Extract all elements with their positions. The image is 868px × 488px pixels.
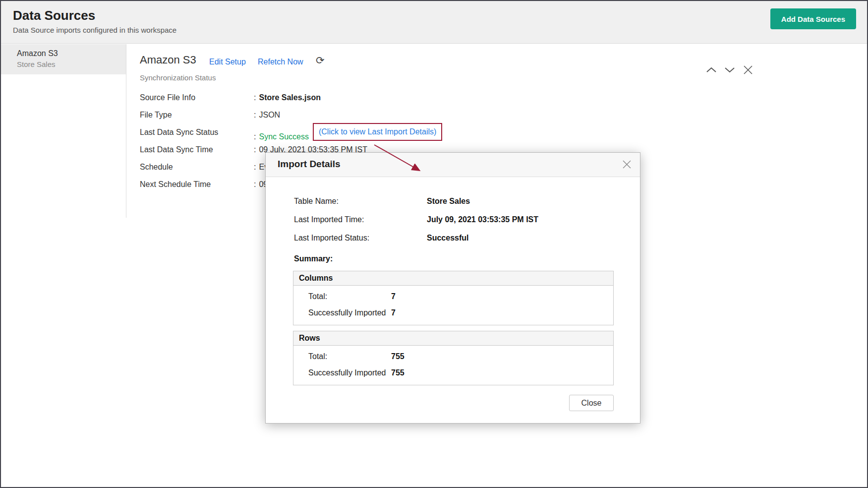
refetch-now-link[interactable]: Refetch Now <box>258 58 303 66</box>
modal-close-button[interactable]: Close <box>569 395 614 411</box>
field-last-imported-time: Last Imported Time: July 09, 2021 03:53:… <box>294 215 538 225</box>
columns-total-row: Total: 7 <box>308 292 613 302</box>
row-value: JSON <box>259 111 280 119</box>
row-label: Source File Info <box>140 93 254 102</box>
columns-imported-row: Successfully Imported 7 <box>308 308 613 318</box>
field-last-imported-status: Last Imported Status: Successful <box>294 233 538 243</box>
modal-header: Import Details <box>266 153 640 177</box>
columns-summary-box: Columns Total: 7 Successfully Imported 7 <box>293 271 614 325</box>
sidebar-item-name: Amazon S3 <box>17 49 126 58</box>
refresh-icon[interactable]: ⟳ <box>316 55 325 66</box>
row-label: Last Data Sync Time <box>140 145 254 154</box>
modal-title: Import Details <box>278 159 341 170</box>
chevron-down-icon[interactable] <box>724 66 735 73</box>
sidebar-item-sub: Store Sales <box>17 60 126 68</box>
modal-fields: Table Name: Store Sales Last Imported Ti… <box>294 196 538 251</box>
annotation-arrow <box>370 143 427 176</box>
close-panel-icon[interactable] <box>743 64 753 75</box>
sidebar-item-amazon-s3[interactable]: Amazon S3 Store Sales <box>1 44 126 74</box>
sidebar-divider <box>126 44 126 218</box>
row-label: Last Data Sync Status <box>140 128 254 137</box>
sync-success-status: Sync Success <box>259 132 308 141</box>
sidebar: Amazon S3 Store Sales <box>1 44 126 487</box>
view-last-import-details-link[interactable]: (Click to view Last Import Details) <box>319 127 436 136</box>
rows-imported-row: Successfully Imported 755 <box>308 368 613 378</box>
edit-setup-link[interactable]: Edit Setup <box>209 58 246 66</box>
row-value: Store Sales.json <box>259 93 321 102</box>
datasource-title: Amazon S3 <box>140 54 196 66</box>
detail-row-source-file: Source File Info :Store Sales.json <box>140 93 442 111</box>
columns-box-title: Columns <box>293 271 613 286</box>
row-label: Schedule <box>140 163 254 172</box>
data-sources-page: Data Sources Data Source imports configu… <box>0 0 868 488</box>
modal-close-icon[interactable] <box>622 159 632 172</box>
summary-label: Summary: <box>294 254 333 263</box>
row-label: Next Schedule Time <box>140 180 254 189</box>
page-header: Data Sources Data Source imports configu… <box>1 1 867 44</box>
sync-status-label: Synchronization Status <box>140 73 216 82</box>
field-table-name: Table Name: Store Sales <box>294 196 538 206</box>
import-details-modal: Import Details Table Name: Store Sales L… <box>265 152 640 424</box>
row-label: File Type <box>140 111 254 120</box>
rows-box-title: Rows <box>293 331 613 346</box>
add-data-sources-button[interactable]: Add Data Sources <box>770 8 856 29</box>
chevron-up-icon[interactable] <box>706 66 717 73</box>
page-subtitle: Data Source imports configured in this w… <box>13 26 176 34</box>
panel-controls <box>706 64 753 75</box>
rows-total-row: Total: 755 <box>308 352 613 362</box>
page-title: Data Sources <box>13 8 95 23</box>
annotation-highlight-box: (Click to view Last Import Details) <box>313 123 442 141</box>
rows-summary-box: Rows Total: 755 Successfully Imported 75… <box>293 331 614 385</box>
